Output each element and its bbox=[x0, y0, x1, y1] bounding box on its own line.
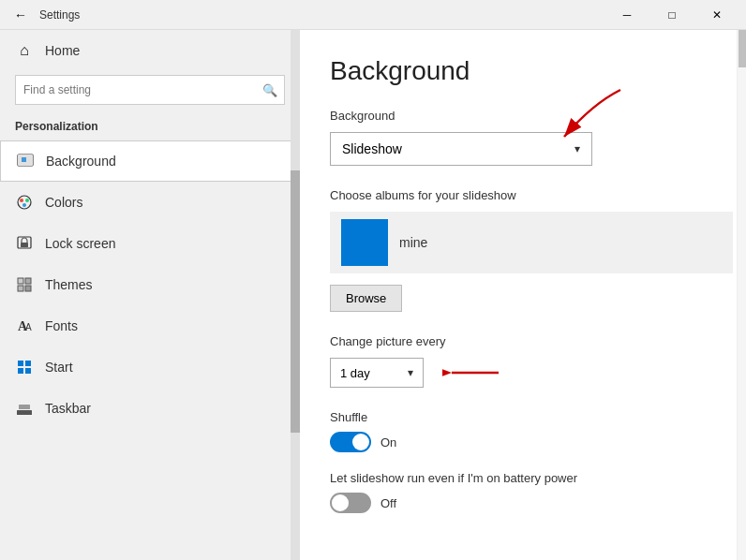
svg-point-6 bbox=[22, 203, 26, 207]
close-button[interactable]: ✕ bbox=[695, 0, 739, 30]
content-scrollbar-thumb bbox=[739, 30, 746, 67]
sidebar-background-label: Background bbox=[46, 154, 116, 169]
album-name: mine bbox=[399, 235, 427, 250]
window-controls: ─ □ ✕ bbox=[605, 0, 739, 30]
page-title: Background bbox=[330, 56, 716, 86]
themes-icon bbox=[15, 275, 34, 294]
app-title: Settings bbox=[39, 8, 80, 22]
battery-toggle-knob bbox=[332, 494, 349, 511]
taskbar-icon bbox=[15, 399, 34, 418]
svg-rect-18 bbox=[25, 368, 31, 374]
background-dropdown[interactable]: Slideshow ▾ bbox=[330, 132, 592, 166]
svg-rect-15 bbox=[18, 361, 23, 366]
battery-toggle[interactable] bbox=[330, 493, 371, 513]
sidebar-item-taskbar[interactable]: Taskbar bbox=[0, 388, 300, 429]
battery-toggle-row: Off bbox=[330, 493, 716, 513]
sidebar-taskbar-label: Taskbar bbox=[45, 401, 91, 416]
svg-point-4 bbox=[20, 199, 23, 202]
album-thumbnail bbox=[341, 219, 388, 266]
browse-button[interactable]: Browse bbox=[330, 285, 402, 312]
sidebar-item-colors[interactable]: Colors bbox=[0, 182, 300, 223]
sidebar-section-title: Personalization bbox=[0, 116, 300, 140]
change-picture-dropdown[interactable]: 1 day ▾ bbox=[330, 358, 424, 388]
shuffle-toggle-row: On bbox=[330, 432, 716, 452]
svg-rect-12 bbox=[25, 286, 31, 291]
back-button[interactable]: ← bbox=[7, 2, 34, 28]
sidebar-item-background[interactable]: Background bbox=[0, 140, 300, 182]
sidebar-colors-label: Colors bbox=[45, 195, 82, 210]
sidebar-home-label: Home bbox=[45, 43, 80, 58]
home-icon: ⌂ bbox=[15, 41, 34, 60]
search-icon: 🔍 bbox=[262, 83, 277, 97]
shuffle-toggle-knob bbox=[352, 434, 369, 450]
shuffle-section: Shuffle On bbox=[330, 410, 716, 452]
colors-icon bbox=[15, 193, 34, 212]
albums-label: Choose albums for your slideshow bbox=[330, 188, 716, 202]
svg-rect-20 bbox=[19, 405, 30, 409]
sidebar-item-fonts[interactable]: A A Fonts bbox=[0, 305, 300, 346]
sidebar: ⌂ Home 🔍 Personalization Background bbox=[0, 30, 300, 560]
svg-rect-10 bbox=[25, 278, 31, 284]
content-area: Background Background Slideshow ▾ Choose… bbox=[300, 30, 746, 560]
svg-rect-11 bbox=[18, 286, 23, 291]
sidebar-item-lockscreen[interactable]: Lock screen bbox=[0, 223, 300, 264]
svg-rect-2 bbox=[22, 157, 26, 162]
change-picture-chevron-icon: ▾ bbox=[408, 366, 413, 379]
sidebar-item-start[interactable]: Start bbox=[0, 346, 300, 388]
background-nav-icon bbox=[16, 152, 35, 170]
sidebar-fonts-label: Fonts bbox=[45, 318, 78, 333]
sidebar-item-home[interactable]: ⌂ Home bbox=[0, 30, 300, 71]
start-icon bbox=[15, 358, 34, 376]
sidebar-themes-label: Themes bbox=[45, 277, 93, 292]
sidebar-item-themes[interactable]: Themes bbox=[0, 264, 300, 305]
battery-label: Let slideshow run even if I'm on battery… bbox=[330, 471, 716, 485]
album-item[interactable]: mine bbox=[330, 212, 733, 273]
shuffle-state-label: On bbox=[380, 435, 396, 449]
svg-rect-16 bbox=[25, 361, 31, 366]
minimize-button[interactable]: ─ bbox=[605, 0, 649, 30]
change-picture-label: Change picture every bbox=[330, 334, 716, 348]
sidebar-lockscreen-label: Lock screen bbox=[45, 236, 115, 251]
maximize-button[interactable]: □ bbox=[650, 0, 694, 30]
fonts-icon: A A bbox=[15, 317, 34, 335]
background-dropdown-value: Slideshow bbox=[342, 141, 402, 156]
background-field-label: Background bbox=[330, 109, 716, 123]
svg-rect-17 bbox=[18, 368, 23, 374]
content-scrollbar[interactable] bbox=[737, 30, 746, 560]
svg-rect-9 bbox=[18, 278, 23, 284]
chevron-down-icon: ▾ bbox=[574, 142, 580, 155]
battery-section: Let slideshow run even if I'm on battery… bbox=[330, 471, 716, 513]
battery-state-label: Off bbox=[380, 496, 396, 510]
main-layout: ⌂ Home 🔍 Personalization Background bbox=[0, 30, 746, 560]
search-input[interactable] bbox=[15, 75, 285, 105]
change-picture-wrapper: 1 day ▾ bbox=[330, 358, 716, 388]
sidebar-scrollbar-thumb bbox=[291, 170, 300, 433]
sidebar-start-label: Start bbox=[45, 360, 73, 375]
shuffle-toggle[interactable] bbox=[330, 432, 371, 452]
svg-rect-19 bbox=[17, 410, 32, 415]
svg-rect-8 bbox=[21, 243, 28, 247]
sidebar-scrollbar[interactable] bbox=[291, 30, 300, 560]
change-picture-value: 1 day bbox=[340, 366, 370, 380]
background-dropdown-wrapper: Slideshow ▾ bbox=[330, 132, 716, 166]
lockscreen-icon bbox=[15, 234, 34, 253]
sidebar-search: 🔍 bbox=[15, 75, 285, 105]
arrow-annotation-2 bbox=[442, 358, 508, 388]
svg-text:A: A bbox=[25, 322, 32, 332]
svg-point-5 bbox=[25, 199, 29, 202]
title-bar: ← Settings ─ □ ✕ bbox=[0, 0, 746, 30]
shuffle-label: Shuffle bbox=[330, 410, 716, 424]
